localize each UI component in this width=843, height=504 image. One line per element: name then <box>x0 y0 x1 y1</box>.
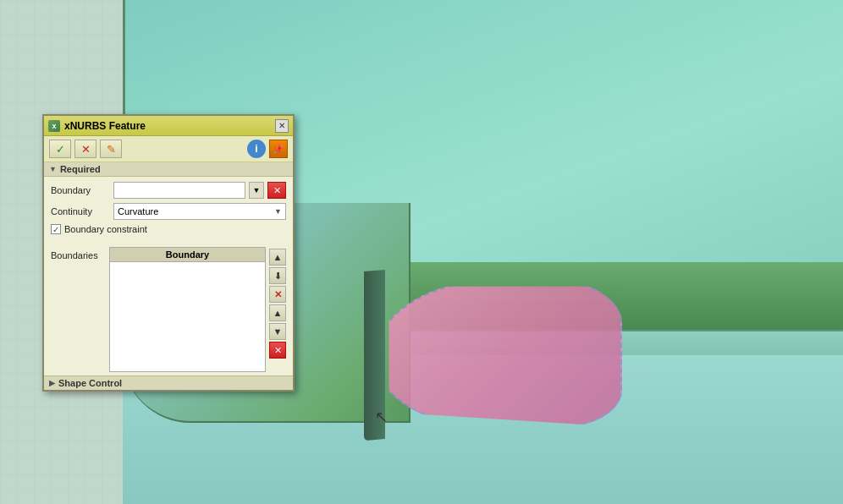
required-triangle: ▼ <box>49 165 57 173</box>
continuity-label: Continuity <box>51 206 110 216</box>
shape-control-triangle: ▶ <box>49 379 55 387</box>
edit-button[interactable]: ✎ <box>100 140 122 158</box>
boundary-move-down-button[interactable]: ▼ <box>269 323 286 340</box>
shape-control-section[interactable]: ▶ Shape Control <box>44 375 293 390</box>
required-label: Required <box>60 164 101 174</box>
boundary-row: Boundary ▼ ✕ <box>51 182 286 199</box>
required-section-header[interactable]: ▼ Required <box>44 162 293 177</box>
form-area: Boundary ▼ ✕ Continuity Curvature ▼ ✓ Bo… <box>44 177 293 244</box>
confirm-button[interactable]: ✓ <box>49 140 71 158</box>
boundary-delete-x-button[interactable]: ✕ <box>269 286 286 303</box>
boundaries-label: Boundaries <box>51 247 106 372</box>
info-button[interactable]: i <box>247 140 266 158</box>
boundary-move-up-button[interactable]: ▲ <box>269 304 286 321</box>
pink-highlight <box>377 279 622 427</box>
boundary-dropdown-button[interactable]: ▼ <box>249 182 264 199</box>
boundary-label: Boundary <box>51 185 110 195</box>
dialog-toolbar: ✓ ✕ ✎ i 📌 <box>44 136 293 162</box>
continuity-value: Curvature <box>118 206 158 216</box>
dialog-icon-symbol: x <box>52 122 56 130</box>
continuity-row: Continuity Curvature ▼ <box>51 203 286 220</box>
boundaries-table-header: Boundary <box>109 247 266 262</box>
dialog-title-left: x xNURBS Feature <box>48 120 146 132</box>
continuity-select[interactable]: Curvature ▼ <box>113 203 286 220</box>
boundary-constraint-row: ✓ Boundary constraint <box>51 224 286 234</box>
pin-button[interactable]: 📌 <box>269 140 288 158</box>
boundary-download-button[interactable]: ⬇ <box>269 267 286 284</box>
continuity-arrow: ▼ <box>274 207 282 216</box>
boundary-input[interactable] <box>113 182 245 199</box>
xnurbs-dialog: x xNURBS Feature ✕ ✓ ✕ ✎ i 📌 ▼ Required … <box>42 114 295 392</box>
boundary-constraint-label: Boundary constraint <box>64 224 147 234</box>
boundaries-table-body <box>109 262 266 372</box>
boundary-action-button[interactable]: ✕ <box>269 342 286 359</box>
boundaries-area: Boundaries Boundary ▲ ⬇ ✕ ▲ ▼ ✕ <box>44 244 293 375</box>
shape-dark-corner <box>364 270 385 441</box>
boundaries-table-wrap: Boundary <box>109 247 266 372</box>
dialog-close-button[interactable]: ✕ <box>275 119 289 133</box>
dialog-app-icon: x <box>48 120 60 132</box>
boundary-constraint-checkbox[interactable]: ✓ <box>51 224 61 234</box>
dialog-titlebar: x xNURBS Feature ✕ <box>44 116 293 136</box>
cancel-button[interactable]: ✕ <box>74 140 96 158</box>
boundaries-controls: ▲ ⬇ ✕ ▲ ▼ ✕ <box>269 247 286 372</box>
boundary-up-button[interactable]: ▲ <box>269 249 286 266</box>
dialog-title: xNURBS Feature <box>64 120 146 132</box>
boundary-delete-button[interactable]: ✕ <box>267 182 286 199</box>
shape-control-label: Shape Control <box>58 378 122 388</box>
